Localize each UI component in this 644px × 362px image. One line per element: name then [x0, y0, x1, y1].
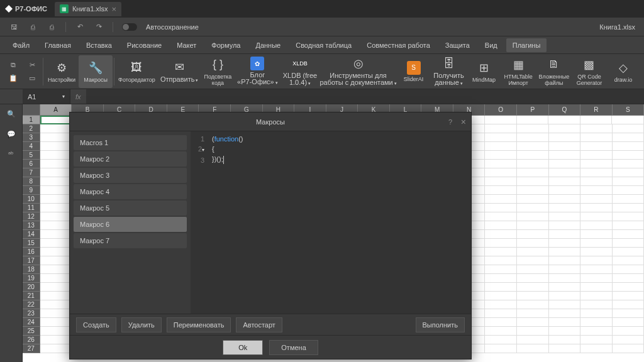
- cell[interactable]: [613, 318, 644, 327]
- cell[interactable]: [517, 230, 549, 239]
- formula-input[interactable]: [86, 89, 644, 104]
- autosave-toggle[interactable]: [122, 23, 137, 31]
- cell[interactable]: [580, 168, 613, 177]
- cell[interactable]: [613, 265, 644, 274]
- send-button[interactable]: ✉Отправить▾: [158, 55, 201, 88]
- row-header[interactable]: 6: [23, 160, 40, 168]
- cell[interactable]: [40, 116, 72, 124]
- row-header[interactable]: 19: [23, 274, 40, 283]
- redo-icon[interactable]: ↷: [94, 22, 104, 32]
- cell[interactable]: [485, 248, 517, 256]
- cell[interactable]: [613, 230, 644, 239]
- menu-вид[interactable]: Вид: [479, 38, 504, 52]
- cell[interactable]: [613, 212, 644, 221]
- highlight-button[interactable]: { }Подсветка кода: [201, 55, 235, 88]
- cell[interactable]: [549, 256, 581, 265]
- autostart-button[interactable]: Автостарт: [236, 317, 282, 332]
- cell[interactable]: [580, 292, 613, 300]
- cell[interactable]: [549, 292, 581, 300]
- cell[interactable]: [549, 195, 581, 204]
- cell[interactable]: [517, 327, 549, 336]
- cell[interactable]: [40, 248, 72, 256]
- cell[interactable]: [549, 336, 581, 344]
- menu-совместная работа[interactable]: Совместная работа: [360, 38, 436, 52]
- cell[interactable]: [517, 283, 549, 292]
- cell[interactable]: [580, 265, 613, 274]
- cell[interactable]: [485, 283, 517, 292]
- cell[interactable]: [517, 124, 549, 133]
- cell[interactable]: [580, 160, 613, 168]
- row-header[interactable]: 17: [23, 256, 40, 265]
- cell[interactable]: [40, 274, 72, 283]
- qrcode-button[interactable]: ▩QR Code Generator: [572, 55, 606, 88]
- cut-icon[interactable]: ✂: [26, 59, 38, 70]
- cell[interactable]: [613, 186, 644, 195]
- cell[interactable]: [485, 195, 517, 204]
- cell[interactable]: [40, 309, 72, 318]
- close-icon[interactable]: ×: [461, 117, 466, 127]
- row-header[interactable]: 10: [23, 195, 40, 204]
- cell[interactable]: [580, 151, 613, 160]
- settings-button[interactable]: ⚙Настройки: [45, 55, 79, 88]
- cell[interactable]: [580, 256, 613, 265]
- col-header[interactable]: A: [40, 104, 72, 116]
- cell[interactable]: [549, 318, 581, 327]
- cell-reference[interactable]: A1▾: [23, 89, 70, 104]
- cell[interactable]: [549, 274, 581, 283]
- cell[interactable]: [40, 195, 72, 204]
- cell[interactable]: [40, 283, 72, 292]
- create-button[interactable]: Создать: [76, 317, 116, 332]
- row-header[interactable]: 5: [23, 151, 40, 160]
- row-header[interactable]: 26: [23, 336, 40, 344]
- cell[interactable]: [40, 256, 72, 265]
- cell[interactable]: [613, 309, 644, 318]
- document-tab[interactable]: ▦ Книга1.xlsx ×: [55, 2, 121, 16]
- cell[interactable]: [485, 168, 517, 177]
- quickprint-icon[interactable]: ⎙: [47, 22, 57, 32]
- cell[interactable]: [40, 239, 72, 248]
- cell[interactable]: [40, 168, 72, 177]
- cell[interactable]: [40, 344, 72, 353]
- cell[interactable]: [485, 336, 517, 344]
- comments-icon[interactable]: 💬: [6, 128, 17, 140]
- cell[interactable]: [485, 151, 517, 160]
- run-button[interactable]: Выполнить: [416, 317, 465, 332]
- cell[interactable]: [517, 168, 549, 177]
- cell[interactable]: [613, 195, 644, 204]
- macro-item[interactable]: Макрос 4: [74, 184, 187, 199]
- cell[interactable]: [613, 256, 644, 265]
- menu-файл[interactable]: Файл: [6, 38, 36, 52]
- print-icon[interactable]: ⎙: [28, 22, 38, 32]
- cell[interactable]: [517, 204, 549, 212]
- cell[interactable]: [517, 212, 549, 221]
- macros-button[interactable]: 🔧Макросы: [79, 55, 113, 88]
- cell[interactable]: [40, 160, 72, 168]
- cell[interactable]: [580, 204, 613, 212]
- row-header[interactable]: 16: [23, 248, 40, 256]
- cell[interactable]: [40, 230, 72, 239]
- col-header[interactable]: Q: [549, 104, 581, 116]
- menu-защита[interactable]: Защита: [439, 38, 476, 52]
- cell[interactable]: [40, 177, 72, 186]
- cell[interactable]: [40, 133, 72, 142]
- dialog-titlebar[interactable]: Макросы ? ×: [70, 112, 471, 131]
- cell[interactable]: [613, 204, 644, 212]
- cell[interactable]: [517, 116, 549, 124]
- cell[interactable]: [580, 344, 613, 353]
- cell[interactable]: [40, 327, 72, 336]
- doctools-button[interactable]: ◎Инструменты для работы с документами▾: [320, 55, 397, 88]
- cell[interactable]: [613, 336, 644, 344]
- code-editor[interactable]: 12▾3 (function() { })();: [191, 131, 471, 314]
- rename-button[interactable]: Переименовать: [167, 317, 231, 332]
- cell[interactable]: [549, 133, 581, 142]
- cell[interactable]: [580, 195, 613, 204]
- cell[interactable]: [613, 142, 644, 151]
- cell[interactable]: [485, 177, 517, 186]
- cell[interactable]: [549, 230, 581, 239]
- undo-icon[interactable]: ↶: [75, 22, 85, 32]
- copy-icon[interactable]: ⧉: [8, 59, 19, 70]
- cell[interactable]: [549, 168, 581, 177]
- cell[interactable]: [517, 186, 549, 195]
- cell[interactable]: [580, 248, 613, 256]
- cell[interactable]: [580, 318, 613, 327]
